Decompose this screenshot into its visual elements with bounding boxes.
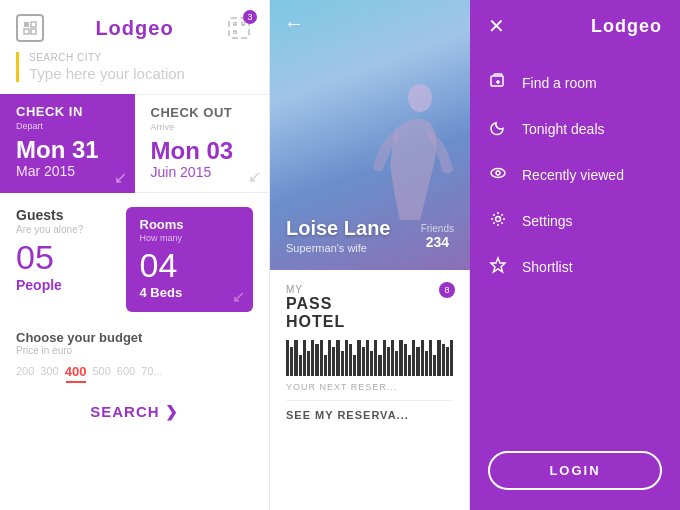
- scan-badge: 3: [243, 10, 257, 24]
- photo-friends: Friends 234: [421, 223, 454, 250]
- login-section: LOGIN: [470, 435, 680, 510]
- menu-header: ✕ Lodgeo: [470, 0, 680, 50]
- city-label: Search City: [29, 52, 253, 63]
- checkout-label: Check out: [151, 105, 254, 120]
- find-room-icon: [488, 72, 508, 94]
- menu-panel: ✕ Lodgeo Find a room Tonight deals: [470, 0, 680, 510]
- svg-rect-3: [31, 29, 36, 34]
- search-button[interactable]: SEARCH ❯: [90, 403, 179, 420]
- search-header: Lodgeo 3: [0, 0, 269, 52]
- recently-viewed-icon: [488, 164, 508, 186]
- find-room-label: Find a room: [522, 75, 597, 91]
- search-button-container[interactable]: SEARCH ❯: [0, 403, 269, 431]
- budget-600: 600: [117, 365, 135, 377]
- rooms-subtitle: How many: [140, 233, 240, 243]
- pass-my-label: MY PASSHOTEL: [286, 284, 345, 330]
- checkin-box[interactable]: Check in Depart Mon 31 Mar 2015 ↙: [0, 94, 135, 193]
- svg-rect-2: [31, 22, 36, 27]
- checkout-box[interactable]: Check out Arrive Mon 03 Juin 2015 ↙: [135, 94, 270, 193]
- photo-name: Loise Lane: [286, 217, 390, 240]
- guests-number: 05: [16, 239, 116, 276]
- budget-700: 70...: [141, 365, 162, 377]
- svg-rect-5: [242, 22, 245, 25]
- pass-badge: 8: [439, 282, 455, 298]
- menu-logo: Lodgeo: [591, 16, 662, 37]
- checkin-checkout-row: Check in Depart Mon 31 Mar 2015 ↙ Check …: [0, 94, 269, 193]
- budget-200: 200: [16, 365, 34, 377]
- friends-label: Friends: [421, 223, 454, 234]
- menu-items-list: Find a room Tonight deals Recently viewe…: [470, 50, 680, 435]
- close-button[interactable]: ✕: [488, 14, 505, 38]
- recently-viewed-label: Recently viewed: [522, 167, 624, 183]
- guests-box[interactable]: Guests Are you alone? 05 People: [16, 207, 126, 311]
- svg-point-9: [491, 169, 505, 178]
- city-search-section: Search City Type here your location: [16, 52, 253, 82]
- shortlist-label: Shortlist: [522, 259, 573, 275]
- rooms-unit: 4 Beds: [140, 285, 240, 300]
- checkout-month: Juin 2015: [151, 164, 254, 180]
- menu-item-tonight-deals[interactable]: Tonight deals: [470, 106, 680, 152]
- rooms-box[interactable]: Rooms How many 04 4 Beds ↙: [126, 207, 254, 311]
- svg-point-11: [496, 217, 501, 222]
- tonight-deals-icon: [488, 118, 508, 140]
- photo-card: ← Loise Lane Superman's wife Friends 234: [270, 0, 470, 270]
- svg-point-7: [408, 84, 432, 112]
- checkin-month: Mar 2015: [16, 163, 119, 179]
- svg-rect-8: [491, 76, 503, 86]
- menu-item-settings[interactable]: Settings: [470, 198, 680, 244]
- tonight-deals-label: Tonight deals: [522, 121, 605, 137]
- app-logo-text: Lodgeo: [95, 17, 173, 40]
- menu-item-recently-viewed[interactable]: Recently viewed: [470, 152, 680, 198]
- shortlist-icon: [488, 256, 508, 278]
- budget-slider[interactable]: 200 300 400 500 600 70...: [16, 364, 253, 379]
- guests-rooms-row: Guests Are you alone? 05 People Rooms Ho…: [0, 193, 269, 321]
- svg-rect-1: [24, 29, 29, 34]
- photo-panel: ← Loise Lane Superman's wife Friends 234…: [270, 0, 470, 510]
- checkout-day: Mon 03: [151, 138, 254, 164]
- checkin-corner-mark: ↙: [114, 168, 127, 187]
- city-placeholder[interactable]: Type here your location: [29, 65, 253, 82]
- svg-rect-0: [24, 22, 29, 27]
- photo-desc: Superman's wife: [286, 242, 390, 254]
- photo-info: Loise Lane Superman's wife: [286, 217, 390, 254]
- budget-500: 500: [92, 365, 110, 377]
- budget-400-active[interactable]: 400: [65, 364, 87, 379]
- login-button[interactable]: LOGIN: [488, 451, 662, 490]
- guests-title: Guests: [16, 207, 116, 223]
- checkout-corner-mark: ↙: [248, 167, 261, 186]
- barcode: [286, 340, 453, 376]
- settings-icon: [488, 210, 508, 232]
- back-button[interactable]: ←: [284, 12, 304, 35]
- svg-rect-6: [233, 31, 236, 34]
- rooms-number: 04: [140, 247, 240, 284]
- budget-section: Choose your budget Price in euro 200 300…: [0, 322, 269, 391]
- person-silhouette: [365, 80, 455, 220]
- search-panel: Lodgeo 3 Search City Type here your loca…: [0, 0, 270, 510]
- guests-subtitle: Are you alone?: [16, 224, 116, 235]
- checkin-day: Mon 31: [16, 137, 119, 163]
- scan-icon[interactable]: 3: [225, 14, 253, 42]
- pass-passhotel: PASSHOTEL: [286, 295, 345, 330]
- svg-marker-12: [491, 258, 505, 272]
- budget-title: Choose your budget: [16, 330, 253, 345]
- guests-unit: People: [16, 277, 116, 293]
- rooms-title: Rooms: [140, 217, 240, 232]
- menu-item-shortlist[interactable]: Shortlist: [470, 244, 680, 290]
- checkin-label: Check in: [16, 104, 119, 119]
- budget-subtitle: Price in euro: [16, 345, 253, 356]
- menu-item-find-room[interactable]: Find a room: [470, 60, 680, 106]
- pass-my: MY: [286, 284, 345, 295]
- next-reservation-label: YOUR NEXT RESER...: [286, 382, 453, 392]
- svg-rect-4: [233, 22, 236, 25]
- rooms-corner-mark: ↙: [232, 287, 245, 306]
- app-logo-icon: [16, 14, 44, 42]
- pass-card: 8 MY PASSHOTEL: [270, 270, 469, 510]
- friends-count: 234: [421, 234, 454, 250]
- checkout-sublabel: Arrive: [151, 122, 254, 132]
- see-reservation-button[interactable]: SEE MY RESERVA...: [286, 400, 453, 421]
- settings-label: Settings: [522, 213, 573, 229]
- budget-300: 300: [40, 365, 58, 377]
- checkin-sublabel: Depart: [16, 121, 119, 131]
- pass-title-row: MY PASSHOTEL: [286, 284, 453, 330]
- svg-point-10: [496, 171, 500, 175]
